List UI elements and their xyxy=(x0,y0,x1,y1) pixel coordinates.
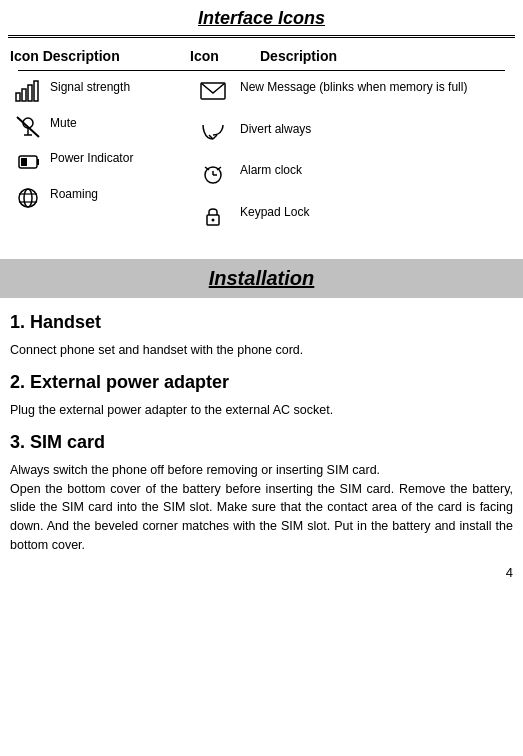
svg-point-11 xyxy=(19,189,37,207)
header-description: Description xyxy=(260,48,513,64)
header-icon: Icon xyxy=(190,48,260,64)
keypad-lock-label: Keypad Lock xyxy=(236,204,513,221)
power-indicator-label: Power Indicator xyxy=(46,150,190,167)
alarm-icon xyxy=(190,162,236,192)
sim-card-body: Always switch the phone off before remov… xyxy=(0,457,523,561)
header-icon-description: Icon Description xyxy=(10,48,190,64)
handset-body: Connect phone set and handset with the p… xyxy=(0,337,523,366)
divert-icon xyxy=(190,121,236,151)
mute-icon xyxy=(10,115,46,145)
svg-rect-0 xyxy=(16,93,20,101)
header-rule xyxy=(18,70,505,71)
list-item: Power Indicator xyxy=(10,150,190,180)
icon-table-section: Icon Description Icon Description Signal… xyxy=(0,38,523,249)
icon-table-body: Signal strength Mute xyxy=(10,79,513,239)
svg-rect-10 xyxy=(37,159,39,165)
page-title: Interface Icons xyxy=(0,0,523,35)
roaming-icon xyxy=(10,186,46,216)
page-number: 4 xyxy=(0,561,523,584)
svg-rect-3 xyxy=(34,81,38,101)
handset-heading: 1. Handset xyxy=(0,306,523,337)
svg-rect-9 xyxy=(21,158,27,166)
sim-card-heading: 3. SIM card xyxy=(0,426,523,457)
lock-icon xyxy=(190,204,236,234)
installation-header: Installation xyxy=(0,259,523,298)
divert-always-label: Divert always xyxy=(236,121,513,138)
alarm-clock-label: Alarm clock xyxy=(236,162,513,179)
svg-rect-1 xyxy=(22,89,26,101)
roaming-label: Roaming xyxy=(46,186,190,203)
list-item: Signal strength xyxy=(10,79,190,109)
svg-point-22 xyxy=(212,218,215,221)
message-icon xyxy=(190,79,236,109)
list-item: New Message (blinks when memory is full) xyxy=(190,79,513,109)
right-icon-column: New Message (blinks when memory is full)… xyxy=(190,79,513,239)
power-adapter-heading: 2. External power adapter xyxy=(0,366,523,397)
new-message-label: New Message (blinks when memory is full) xyxy=(236,79,513,96)
svg-point-12 xyxy=(24,189,32,207)
mute-label: Mute xyxy=(46,115,190,132)
list-item: Roaming xyxy=(10,186,190,216)
icon-table-header: Icon Description Icon Description xyxy=(10,44,513,70)
left-icon-column: Signal strength Mute xyxy=(10,79,190,221)
svg-rect-2 xyxy=(28,85,32,101)
installation-title: Installation xyxy=(209,267,315,289)
power-adapter-body: Plug the external power adapter to the e… xyxy=(0,397,523,426)
list-item: Alarm clock xyxy=(190,162,513,192)
list-item: Mute xyxy=(10,115,190,145)
list-item: Divert always xyxy=(190,121,513,151)
signal-icon xyxy=(10,79,46,109)
power-icon xyxy=(10,150,46,180)
signal-strength-label: Signal strength xyxy=(46,79,190,96)
list-item: Keypad Lock xyxy=(190,204,513,234)
